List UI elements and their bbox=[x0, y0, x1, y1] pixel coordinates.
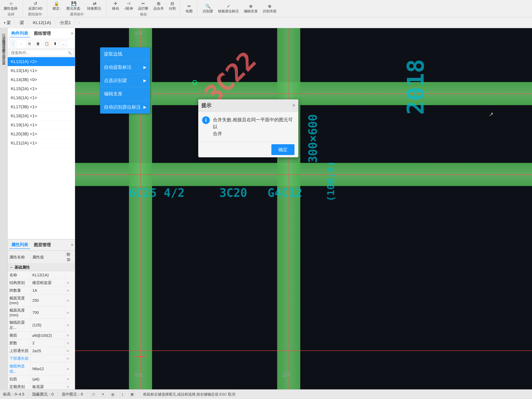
copy-component-btn[interactable]: ⎘ bbox=[26, 40, 33, 47]
export-component-btn[interactable]: ⬆ bbox=[51, 40, 58, 47]
new-component-btn[interactable]: 📄 bbox=[9, 40, 16, 47]
dialog-footer: 确定 bbox=[198, 142, 298, 157]
list-item[interactable]: KL16(1A) <1> bbox=[8, 93, 75, 103]
prop-value[interactable]: 楼层框架梁 bbox=[31, 279, 65, 287]
prop-value[interactable] bbox=[31, 355, 65, 362]
restore-icon: ↺ bbox=[34, 1, 37, 6]
list-item[interactable]: KL15(2A) <1> bbox=[8, 84, 75, 93]
break-btn[interactable]: ✂ 品打断 bbox=[136, 1, 150, 11]
layer[interactable]: ·分层1 bbox=[59, 20, 71, 26]
list-item[interactable]: KL18(2A) <1> bbox=[8, 111, 75, 121]
nav-hollow[interactable]: 空心楼盖 bbox=[1, 35, 6, 38]
nav-earthwork[interactable]: 土方 bbox=[1, 48, 6, 51]
tab-attr-list[interactable]: 属性列表 bbox=[9, 241, 30, 249]
list-item[interactable]: KL20(3B) <1> bbox=[8, 130, 75, 139]
close-props-btn[interactable]: × bbox=[71, 242, 73, 247]
more-options[interactable]: · bbox=[79, 20, 80, 25]
beam-type[interactable]: ·梁 bbox=[19, 20, 24, 26]
identify-beam-btn[interactable]: 🔍 识别梁 bbox=[201, 3, 215, 14]
extend-btn[interactable]: ⊣ -/延伸 bbox=[122, 1, 134, 11]
status-icon-btn2[interactable]: × bbox=[100, 392, 106, 397]
draw-btn[interactable]: ✏ 绘图 bbox=[184, 3, 194, 14]
status-scale: 标高：0~4.5 bbox=[3, 392, 25, 397]
nav-custom[interactable]: 自定义 bbox=[1, 57, 6, 60]
dialog-close-btn[interactable]: × bbox=[292, 103, 295, 109]
prop-value[interactable]: 700 bbox=[31, 307, 65, 319]
table-row: 上部通长筋 2⌀25 ○ bbox=[8, 347, 75, 355]
nav-other[interactable]: 其它 bbox=[1, 54, 6, 57]
list-item[interactable]: KL14(3B) <0> bbox=[8, 75, 75, 84]
tab-component-list[interactable]: 构件列表 bbox=[9, 30, 30, 37]
prop-extra: ○ bbox=[65, 355, 75, 362]
prop-value[interactable]: 250 bbox=[31, 294, 65, 307]
prop-value[interactable]: N6⌀12 bbox=[31, 362, 65, 375]
info-icon: i bbox=[202, 116, 210, 124]
table-row: 截面高度(mm) 700 ○ bbox=[8, 307, 75, 319]
beam-name[interactable]: ·KL12(1A) bbox=[32, 20, 51, 25]
toolbar-group-identify: 🔍 识别梁 ✓ 校核原位标注 ⊕ 编辑支座 ⊗ 识别吊筋 bbox=[201, 0, 281, 17]
status-icon-btn3[interactable]: ◎ bbox=[109, 392, 116, 397]
split-btn[interactable]: ⊟ 分割 bbox=[167, 1, 177, 11]
prop-value[interactable]: (⌀6) bbox=[31, 375, 65, 383]
move-btn[interactable]: ✛ 移动 bbox=[110, 1, 120, 11]
more-component-btn[interactable]: .. bbox=[60, 40, 67, 47]
canvas-area[interactable]: 1/3 1/3 2/3 3C22 6C25 4/2 3C20 G4C12 300… bbox=[75, 28, 532, 389]
toolbar-group-draw: ✏ 绘图 bbox=[184, 0, 197, 17]
status-icon-btn4[interactable]: ↕ bbox=[120, 392, 125, 397]
close-panel-btn[interactable]: × bbox=[71, 31, 73, 36]
prop-extra: ○ bbox=[65, 332, 75, 339]
nav-jindong[interactable]: 金洞 bbox=[1, 32, 6, 35]
tab-layer-manage[interactable]: 图层管理 bbox=[32, 241, 53, 249]
convert-element-btn[interactable]: ⇄ 转换图元· bbox=[86, 1, 104, 11]
prop-name: 名称 bbox=[8, 271, 31, 279]
list-item[interactable]: KL21(2A) <1> bbox=[8, 139, 75, 148]
tab-drawing-manage[interactable]: 图纸管理 bbox=[32, 30, 53, 37]
panel-toolbar: 📄 · ⎘ 🗑 📋 ⬆ .. bbox=[8, 39, 75, 49]
nav-decor[interactable]: 装修 bbox=[1, 41, 6, 45]
list-item[interactable]: KL12(1A) <2> bbox=[8, 57, 75, 66]
prop-value[interactable]: KL12(1A) bbox=[31, 271, 65, 279]
save-element-btn[interactable]: 💾 图元存盘· bbox=[65, 1, 83, 11]
prop-value[interactable]: 2 bbox=[31, 339, 65, 347]
status-icon-btn1[interactable]: □ bbox=[91, 392, 96, 397]
restore-cad-btn[interactable]: ↺ 还原CAD bbox=[27, 1, 44, 11]
left-panel: 构件列表 图纸管理 × 📄 · ⎘ 🗑 📋 ⬆ .. 🔍 KL12(1A) <2… bbox=[8, 28, 75, 389]
nav-foundation-support[interactable]: 基坑支护 bbox=[1, 45, 6, 48]
dialog-ok-btn[interactable]: 确定 bbox=[271, 144, 294, 155]
status-icon-btn5[interactable]: ⊞ bbox=[129, 392, 135, 397]
delete-component-btn[interactable]: 🗑 bbox=[35, 40, 42, 47]
verify-annotation-btn[interactable]: ✓ 校核原位标注 bbox=[216, 3, 241, 14]
prop-name-link[interactable]: 侧面构造或... bbox=[8, 362, 31, 375]
prop-value[interactable]: 2⌀25 bbox=[31, 347, 65, 355]
prop-extra: ○ bbox=[65, 307, 75, 319]
prop-value[interactable]: ⌀8@100(2) bbox=[31, 332, 65, 339]
properties-header: 属性列表 图层管理 × bbox=[8, 239, 75, 251]
paste-component-btn[interactable]: 📋 bbox=[43, 40, 50, 47]
list-item[interactable]: KL17(3B) <1> bbox=[8, 103, 75, 111]
component-list: KL12(1A) <2> KL13(1A) <1> KL14(3B) <0> K… bbox=[8, 57, 75, 239]
list-item[interactable]: KL19(1A) <1> bbox=[8, 121, 75, 130]
edit-support-btn[interactable]: ⊕ 编辑支座 bbox=[242, 3, 259, 14]
prop-name-link[interactable]: 下部通长筋 bbox=[8, 355, 31, 362]
prop-value[interactable]: (125) bbox=[31, 319, 65, 332]
list-item[interactable]: KL13(1A) <1> bbox=[8, 66, 75, 75]
element-type-beam[interactable]: ▪ 梁 bbox=[4, 20, 11, 26]
extend-icon: ⊣ bbox=[127, 1, 130, 6]
nav-stairs[interactable]: 楼梯 bbox=[1, 38, 6, 41]
prop-value[interactable]: 1A bbox=[31, 287, 65, 294]
lock-btn[interactable]: 🔒 锁定· bbox=[51, 1, 62, 11]
nav-duan[interactable]: 段 bbox=[1, 29, 6, 32]
separator2 bbox=[28, 20, 28, 26]
search-input[interactable] bbox=[11, 51, 68, 55]
prop-value[interactable]: 板底梁 bbox=[31, 383, 65, 390]
identify-hanger-btn[interactable]: ⊗ 识别吊筋 bbox=[261, 3, 278, 14]
merge-btn[interactable]: ⊞ 品合并 bbox=[152, 1, 165, 11]
separator3 bbox=[55, 20, 55, 26]
prop-extra: ○ bbox=[65, 347, 75, 355]
prop-extra: ○ bbox=[65, 375, 75, 383]
prop-extra: ○ bbox=[65, 362, 75, 375]
nav-foundation[interactable]: 基础 bbox=[1, 51, 6, 54]
prop-name: 定额类别 bbox=[8, 383, 31, 390]
separator-icon: · bbox=[18, 40, 25, 47]
attribute-select-btn[interactable]: ⊹ 属性选择· bbox=[2, 1, 20, 11]
